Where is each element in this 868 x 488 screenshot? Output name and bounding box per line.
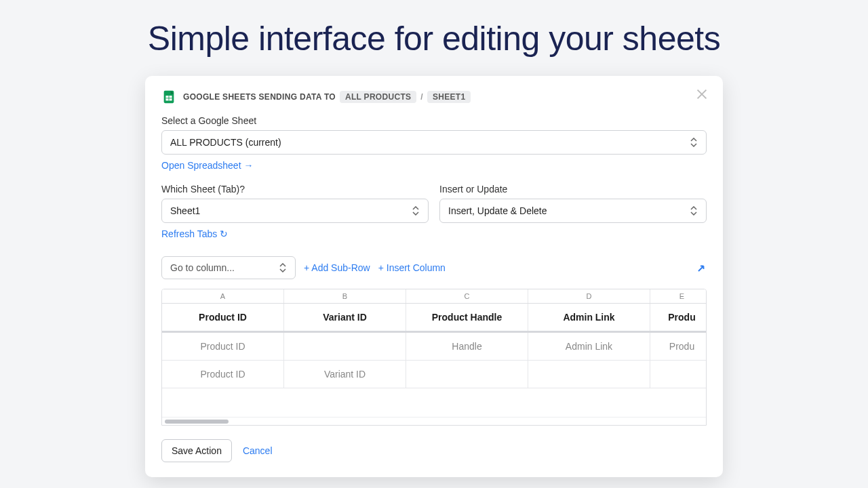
refresh-tabs-link[interactable]: Refresh Tabs ↻ — [161, 228, 228, 239]
expand-icon[interactable] — [694, 263, 707, 275]
header-prefix: GOOGLE SHEETS SENDING DATA TO — [183, 92, 336, 102]
modal-card: GOOGLE SHEETS SENDING DATA TO ALL PRODUC… — [145, 76, 723, 477]
data-cell[interactable]: Product ID — [162, 361, 284, 388]
data-cell[interactable] — [406, 361, 528, 388]
col-letter: C — [406, 289, 528, 303]
go-to-column-value: Go to column... — [170, 262, 235, 273]
data-cell[interactable]: Admin Link — [528, 333, 650, 360]
select-sheet-label: Select a Google Sheet — [161, 115, 707, 126]
data-cell[interactable] — [650, 361, 707, 388]
add-sub-row-button[interactable]: + Add Sub-Row — [304, 262, 370, 273]
header-cell[interactable]: Product ID — [162, 304, 284, 331]
table-column-letters: A B C D E — [162, 289, 706, 304]
header-cell[interactable]: Produ — [650, 304, 707, 331]
header-cell[interactable]: Admin Link — [528, 304, 650, 331]
col-letter: D — [528, 289, 650, 303]
header-cell[interactable]: Product Handle — [406, 304, 528, 331]
open-spreadsheet-link[interactable]: Open Spreadsheet → — [161, 160, 253, 171]
insert-update-label: Insert or Update — [439, 184, 707, 195]
header-chip-products: ALL PRODUCTS — [340, 91, 416, 103]
col-letter: E — [650, 289, 707, 303]
insert-update-dropdown[interactable]: Insert, Update & Delete — [439, 199, 707, 223]
header-chip-sheet: SHEET1 — [427, 91, 471, 103]
cancel-button[interactable]: Cancel — [243, 445, 273, 456]
data-cell[interactable]: Variant ID — [284, 361, 406, 388]
select-sheet-value: ALL PRODUCTS (current) — [170, 137, 281, 148]
select-sheet-dropdown[interactable]: ALL PRODUCTS (current) — [161, 130, 707, 155]
data-cell[interactable]: Produ — [650, 333, 707, 360]
updown-icon — [690, 206, 698, 216]
scrollbar-thumb[interactable] — [165, 420, 229, 424]
go-to-column-dropdown[interactable]: Go to column... — [161, 256, 296, 279]
updown-icon — [279, 263, 287, 272]
col-letter: B — [284, 289, 406, 303]
which-tab-dropdown[interactable]: Sheet1 — [161, 199, 429, 223]
data-cell[interactable] — [284, 333, 406, 360]
close-icon[interactable] — [694, 87, 709, 102]
updown-icon — [412, 206, 420, 216]
which-tab-label: Which Sheet (Tab)? — [161, 184, 429, 195]
columns-table: A B C D E Product ID Variant ID Product … — [161, 289, 707, 426]
table-header-row: Product ID Variant ID Product Handle Adm… — [162, 304, 706, 333]
table-row: Product ID Handle Admin Link Produ — [162, 333, 706, 361]
insert-column-button[interactable]: + Insert Column — [378, 262, 446, 273]
data-cell[interactable]: Product ID — [162, 333, 284, 360]
data-cell[interactable]: Handle — [406, 333, 528, 360]
modal-header: GOOGLE SHEETS SENDING DATA TO ALL PRODUC… — [161, 89, 707, 104]
which-tab-value: Sheet1 — [170, 205, 200, 216]
updown-icon — [690, 138, 698, 147]
header-cell[interactable]: Variant ID — [284, 304, 406, 331]
data-cell[interactable] — [528, 361, 650, 388]
google-sheets-icon — [161, 89, 176, 104]
horizontal-scrollbar[interactable] — [162, 417, 706, 425]
table-empty-row — [162, 388, 706, 417]
slash-separator: / — [420, 92, 423, 102]
save-action-button[interactable]: Save Action — [161, 439, 232, 462]
page-title: Simple interface for editing your sheets — [0, 19, 868, 58]
col-letter: A — [162, 289, 284, 303]
table-row: Product ID Variant ID — [162, 361, 706, 388]
insert-update-value: Insert, Update & Delete — [448, 205, 547, 216]
